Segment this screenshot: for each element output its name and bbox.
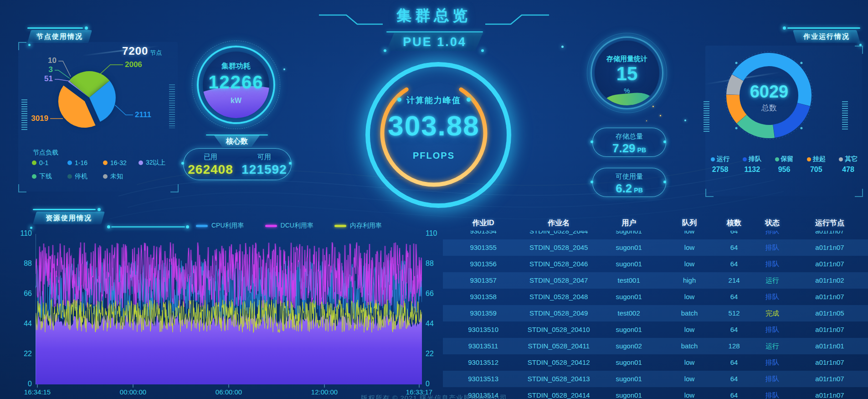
decor-dot bbox=[384, 49, 386, 52]
particle bbox=[646, 120, 647, 121]
resource-badge-topline bbox=[33, 209, 96, 210]
node-load-pie-chart[interactable]: 20062111301951310 bbox=[30, 51, 158, 142]
table-cell: sugon01 bbox=[594, 231, 664, 239]
table-cell: a01r1n07 bbox=[791, 239, 868, 256]
pie-callout-line bbox=[99, 65, 123, 75]
page-title: 集群总览 bbox=[0, 5, 868, 26]
pie-callout-value: 3 bbox=[49, 65, 53, 74]
jobs-legend-item-其它[interactable]: 其它478 bbox=[839, 155, 858, 174]
status-badge: 运行 bbox=[753, 272, 791, 289]
table-row[interactable]: 93013512STDIN_0528_20412sugon01low64排队a0… bbox=[443, 354, 868, 371]
table-row[interactable]: 93013513STDIN_0528_20413sugon01low64排队a0… bbox=[443, 371, 868, 387]
donut-slice-保留[interactable] bbox=[742, 119, 774, 131]
table-cell: STDIN_0528_20410 bbox=[524, 321, 594, 338]
legend-dot bbox=[711, 157, 715, 161]
table-row[interactable]: 9301358STDIN_0528_2048sugon01low64排队a01r… bbox=[443, 289, 868, 305]
legend-value: 705 bbox=[807, 166, 826, 174]
cores-available: 可用 121592 bbox=[237, 149, 291, 180]
decor-dot bbox=[663, 181, 666, 183]
pue-panel-topline bbox=[386, 31, 483, 32]
status-badge: 运行 bbox=[753, 338, 791, 354]
legend-label: 下线 bbox=[39, 172, 52, 181]
compute-gauge-unit: PFLOPS bbox=[365, 150, 502, 161]
node-legend-item-1-16[interactable]: 1-16 bbox=[67, 159, 103, 167]
table-cell: high bbox=[664, 272, 715, 289]
legend-swatch bbox=[196, 225, 208, 227]
node-badge-topline bbox=[27, 27, 83, 29]
legend-dot bbox=[743, 157, 747, 161]
resource-chart-legend: CPU利用率DCU利用率内存利用率 bbox=[196, 222, 403, 230]
table-cell: sugon01 bbox=[594, 256, 664, 272]
legend-label: 32以上 bbox=[146, 159, 166, 167]
jobs-panel-header: 作业运行情况 bbox=[795, 30, 858, 43]
table-cell: a01r1n07 bbox=[791, 354, 868, 371]
storage-gauge: 存储用量统计 15 % bbox=[587, 33, 667, 113]
y-axis-label-left: 66 bbox=[11, 290, 32, 298]
table-cell: STDIN_0528_20413 bbox=[524, 371, 594, 387]
legend-label: 内存利用率 bbox=[350, 222, 382, 230]
decor-dot bbox=[98, 208, 101, 211]
node-legend-item-16-32[interactable]: 16-32 bbox=[103, 159, 139, 167]
node-legend-item-32以上[interactable]: 32以上 bbox=[139, 159, 174, 167]
table-cell: 64 bbox=[715, 321, 753, 338]
table-cell: low bbox=[664, 239, 715, 256]
resource-legend-item[interactable]: DCU利用率 bbox=[265, 222, 313, 230]
node-load-legend: 0-11-1616-3232以上下线停机未知 bbox=[32, 159, 182, 186]
node-legend-item-0-1[interactable]: 0-1 bbox=[32, 159, 67, 167]
legend-dot bbox=[103, 174, 108, 179]
node-panel-header-label: 节点使用情况 bbox=[36, 32, 83, 40]
jobs-legend-item-保留[interactable]: 保留956 bbox=[775, 155, 794, 174]
resource-usage-chart[interactable] bbox=[36, 230, 422, 389]
resource-legend-item[interactable]: 内存利用率 bbox=[334, 222, 382, 230]
storage-total-number: 7.29 bbox=[612, 141, 636, 155]
y-axis-label-left: 22 bbox=[11, 350, 32, 358]
table-row[interactable]: 93013510STDIN_0528_20410sugon01low64排队a0… bbox=[443, 321, 868, 338]
donut-decor-dot bbox=[800, 127, 802, 129]
y-axis-label-left: 88 bbox=[11, 259, 32, 268]
table-row[interactable]: 9301354STDIN_0528_2044sugon01low64排队a01r… bbox=[443, 231, 868, 239]
jobs-table: 作业ID作业名用户队列核数状态运行节点 9301354STDIN_0528_20… bbox=[443, 216, 868, 399]
storage-available-value: 6.2PB bbox=[593, 181, 666, 196]
storage-total-panel: 存储总量 7.29PB bbox=[592, 128, 666, 157]
table-cell: 64 bbox=[715, 256, 753, 272]
decor-dot bbox=[591, 181, 593, 183]
cores-available-label: 可用 bbox=[237, 153, 291, 161]
jobs-legend-item-挂起[interactable]: 挂起705 bbox=[807, 155, 826, 174]
storage-percent-unit: % bbox=[587, 87, 667, 94]
decor-dot bbox=[289, 162, 292, 165]
table-cell: 9301357 bbox=[443, 272, 524, 289]
decor-dot bbox=[28, 44, 31, 46]
legend-dot bbox=[103, 161, 108, 165]
legend-row: 运行 bbox=[711, 155, 729, 163]
table-cell: sugon01 bbox=[594, 289, 664, 305]
table-cell: 64 bbox=[715, 354, 753, 371]
storage-gauge-title: 存储用量统计 bbox=[587, 55, 667, 63]
node-legend-item-未知[interactable]: 未知 bbox=[103, 172, 139, 181]
cores-used-value: 262408 bbox=[184, 162, 237, 177]
legend-value: 2758 bbox=[711, 166, 729, 174]
table-column-header: 状态 bbox=[753, 216, 791, 230]
table-cell: 64 bbox=[715, 239, 753, 256]
table-row[interactable]: 9301356STDIN_0528_2046sugon01low64排队a01r… bbox=[443, 256, 868, 272]
node-legend-item-下线[interactable]: 下线 bbox=[32, 172, 67, 181]
table-cell: low bbox=[664, 256, 715, 272]
jobs-legend-item-运行[interactable]: 运行2758 bbox=[711, 155, 729, 174]
table-cell: a01r1n07 bbox=[791, 231, 868, 239]
node-legend-item-停机[interactable]: 停机 bbox=[67, 172, 103, 181]
table-row[interactable]: 93013511STDIN_0528_20411sugon02batch128运… bbox=[443, 338, 868, 354]
storage-total-label: 存储总量 bbox=[593, 132, 666, 141]
jobs-legend-item-排队[interactable]: 排队1132 bbox=[743, 155, 761, 174]
pie-callout-value: 51 bbox=[44, 74, 53, 83]
table-row[interactable]: 9301355STDIN_0528_2045sugon01low64排队a01r… bbox=[443, 239, 868, 256]
resource-panel-header-label: 资源使用情况 bbox=[46, 214, 92, 222]
table-row[interactable]: 9301359STDIN_0528_2049test002batch512完成a… bbox=[443, 305, 868, 321]
table-cell: a01r1n05 bbox=[791, 305, 868, 321]
table-cell: sugon01 bbox=[594, 239, 664, 256]
status-badge: 排队 bbox=[753, 371, 791, 387]
resource-header-line bbox=[111, 226, 185, 228]
table-row[interactable]: 9301357STDIN_0528_2047test001high214运行a0… bbox=[443, 272, 868, 289]
resource-legend-item[interactable]: CPU利用率 bbox=[196, 222, 244, 230]
decor-dot bbox=[181, 162, 184, 165]
legend-value: 478 bbox=[839, 166, 858, 174]
status-badge: 排队 bbox=[753, 231, 791, 239]
